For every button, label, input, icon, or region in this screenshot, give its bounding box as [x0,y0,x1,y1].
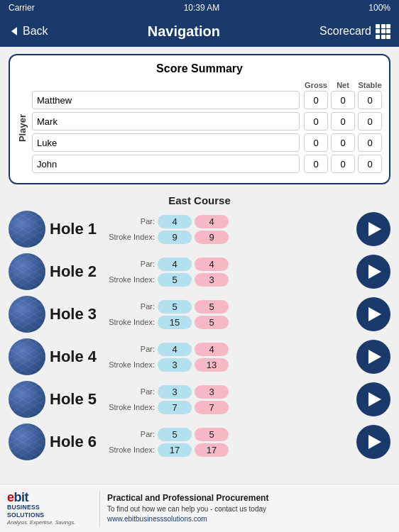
hole-si-row-5: Stroke Index: 17 17 [104,443,352,457]
hole-par-row-4: Par: 3 3 [104,385,352,399]
play-button-4[interactable] [356,382,390,416]
score-summary-card: Score Summary Player Gross Net Stable [9,54,390,184]
ad-divider [99,491,100,526]
ad-logo-main: eebitbit [7,491,28,504]
par-blue-3: 4 [158,343,192,356]
si-label-2: Stroke Index: [104,318,155,326]
player-row-1: 0 0 0 [32,112,382,131]
player-name-input-3[interactable] [32,155,300,173]
hole-row-5: Hole 6 Par: 5 5 Stroke Index: 17 17 [9,423,390,460]
ad-url: www.ebitbusinesssolutions.com [107,514,392,524]
par-pink-0: 4 [195,215,229,228]
player-label: Player [17,114,28,142]
holes-container: Hole 1 Par: 4 4 Stroke Index: 9 9 Hole 2… [9,211,390,460]
scorecard-label: Scorecard [319,25,371,38]
player-name-input-0[interactable] [32,91,300,109]
score-val-3-0: 0 [304,155,328,173]
hole-info-1: Par: 4 4 Stroke Index: 5 3 [104,257,352,287]
si-blue-3: 3 [158,358,192,372]
hole-par-row-1: Par: 4 4 [104,257,352,271]
back-label: Back [23,25,48,38]
play-triangle-icon-2 [368,307,381,321]
play-button-0[interactable] [356,212,390,246]
player-name-input-1[interactable] [32,112,300,131]
hole-label-5: Hole 6 [50,433,99,451]
si-label-3: Stroke Index: [104,360,155,369]
si-blue-0: 9 [158,231,192,244]
par-label-2: Par: [104,302,155,311]
play-button-2[interactable] [356,297,390,331]
hole-ball-5 [9,423,45,460]
player-row-2: 0 0 0 [32,133,382,152]
hole-label-3: Hole 4 [50,348,99,366]
back-button[interactable]: Back [9,25,48,38]
si-label-0: Stroke Index: [104,233,155,241]
si-blue-1: 5 [158,273,192,287]
scorecard-button[interactable]: Scorecard [319,24,390,39]
course-section: East Course Hole 1 Par: 4 4 Stroke Index… [0,192,399,460]
hole-par-row-5: Par: 5 5 [104,428,352,441]
carrier-text: Carrier [9,3,35,13]
si-pink-5: 17 [195,443,229,457]
hole-ball-3 [9,338,45,375]
hole-info-0: Par: 4 4 Stroke Index: 9 9 [104,215,352,244]
score-val-2-2: 0 [358,133,382,152]
par-label-1: Par: [104,260,155,268]
status-bar: Carrier 10:39 AM 100% [0,0,399,16]
par-blue-5: 5 [158,428,192,441]
nav-header: Back Navigation Scorecard [0,16,399,47]
hole-row-2: Hole 3 Par: 5 5 Stroke Index: 15 5 [9,296,390,333]
score-val-3-1: 0 [331,155,355,173]
hole-par-row-2: Par: 5 5 [104,300,352,314]
hole-ball-1 [9,253,45,290]
par-pink-2: 5 [195,300,229,314]
ad-headline: Practical and Professional Procurement [107,492,392,504]
ad-logo-e: e [7,490,14,504]
grid-icon [376,24,390,39]
play-button-1[interactable] [356,255,390,289]
col-header-net: Net [331,81,355,89]
play-button-5[interactable] [356,425,390,459]
col-header-stable: Stable [358,81,382,89]
scroll-area[interactable]: Score Summary Player Gross Net Stable [0,47,399,484]
play-triangle-icon-3 [368,350,381,364]
si-label-4: Stroke Index: [104,403,155,411]
play-button-3[interactable] [356,340,390,374]
hole-row-1: Hole 2 Par: 4 4 Stroke Index: 5 3 [9,253,390,290]
hole-label-0: Hole 1 [50,220,99,238]
hole-label-2: Hole 3 [50,305,99,323]
si-pink-3: 13 [195,358,229,372]
ad-text: Practical and Professional Procurement T… [107,492,392,524]
par-pink-3: 4 [195,343,229,356]
par-pink-1: 4 [195,257,229,271]
par-blue-1: 4 [158,257,192,271]
battery-text: 100% [368,3,390,13]
col-header-gross: Gross [304,81,328,89]
si-pink-4: 7 [195,401,229,414]
play-triangle-icon-5 [368,435,381,449]
score-table-wrapper: Player Gross Net Stable 0 0 [17,81,382,176]
hole-ball-4 [9,381,45,418]
hole-par-row-3: Par: 4 4 [104,343,352,356]
page-title: Navigation [148,23,220,40]
par-blue-2: 5 [158,300,192,314]
ad-logo: eebitbit BUSINESSSOLUTIONS Analysis. Exp… [7,491,92,525]
ad-banner: eebitbit BUSINESSSOLUTIONS Analysis. Exp… [0,484,399,532]
hole-si-row-3: Stroke Index: 3 13 [104,358,352,372]
play-triangle-icon-0 [368,222,381,236]
player-name-input-2[interactable] [32,133,300,152]
hole-si-row-1: Stroke Index: 5 3 [104,273,352,287]
hole-info-4: Par: 3 3 Stroke Index: 7 7 [104,385,352,414]
score-val-2-1: 0 [331,133,355,152]
hole-ball-0 [9,211,45,248]
hole-si-row-2: Stroke Index: 15 5 [104,316,352,329]
score-val-3-2: 0 [358,155,382,173]
score-val-0-0: 0 [304,91,328,109]
si-blue-4: 7 [158,401,192,414]
time-text: 10:39 AM [184,3,220,13]
score-val-1-2: 0 [358,112,382,131]
score-val-1-1: 0 [331,112,355,131]
si-pink-2: 5 [195,316,229,329]
hole-ball-2 [9,296,45,333]
svg-marker-0 [11,27,17,35]
